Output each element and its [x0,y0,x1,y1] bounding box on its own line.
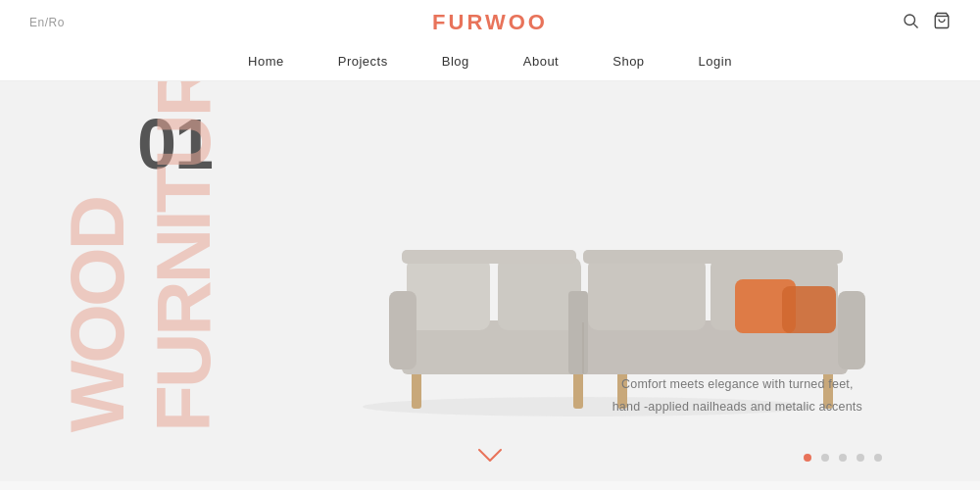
language-switcher[interactable]: En/Ro [29,16,65,29]
header: En/Ro FURWOO Home Projects Blog About Sh… [0,0,980,81]
dot-5[interactable] [874,454,882,462]
nav-about[interactable]: About [523,54,559,69]
svg-rect-4 [412,369,421,409]
nav-shop[interactable]: Shop [612,54,644,69]
svg-rect-15 [838,291,865,369]
lang-ro[interactable]: Ro [49,16,65,29]
nav-home[interactable]: Home [248,54,284,69]
chevron-down-icon [477,448,503,464]
svg-rect-12 [588,257,706,330]
svg-line-1 [913,24,917,27]
nav-projects[interactable]: Projects [338,54,388,69]
hero-description: Comfort meets elegance with turned feet,… [612,373,862,417]
svg-rect-21 [583,250,843,264]
svg-rect-5 [573,369,583,409]
svg-rect-18 [782,286,836,333]
hero-sofa-image [196,140,980,422]
header-actions [902,12,951,33]
search-icon[interactable] [902,12,919,33]
top-bar: En/Ro FURWOO [0,0,980,44]
nav-blog[interactable]: Blog [442,54,469,69]
lang-en[interactable]: En/ [29,16,49,29]
dot-1[interactable] [804,454,811,462]
main-nav: Home Projects Blog About Shop Login [0,44,980,80]
svg-rect-14 [389,291,416,369]
brand-logo[interactable]: FURWOO [432,10,548,35]
dot-4[interactable] [857,454,864,462]
hero-desc-line1: Comfort meets elegance with turned feet, [612,373,862,396]
svg-rect-16 [568,291,588,374]
nav-login[interactable]: Login [699,54,732,69]
scroll-down-button[interactable] [477,448,503,467]
dot-3[interactable] [839,454,847,462]
hero-section: 01 WOOD FURNITURE [0,81,980,481]
svg-point-0 [905,15,915,25]
svg-rect-20 [402,250,576,264]
hero-desc-line2: hand -applied nailheads and metalic acce… [612,396,862,418]
dot-2[interactable] [821,454,829,462]
bag-icon[interactable] [933,12,951,33]
slide-dots [804,454,882,462]
svg-rect-10 [407,257,490,330]
hero-vertical-word1: WOOD [59,198,135,432]
